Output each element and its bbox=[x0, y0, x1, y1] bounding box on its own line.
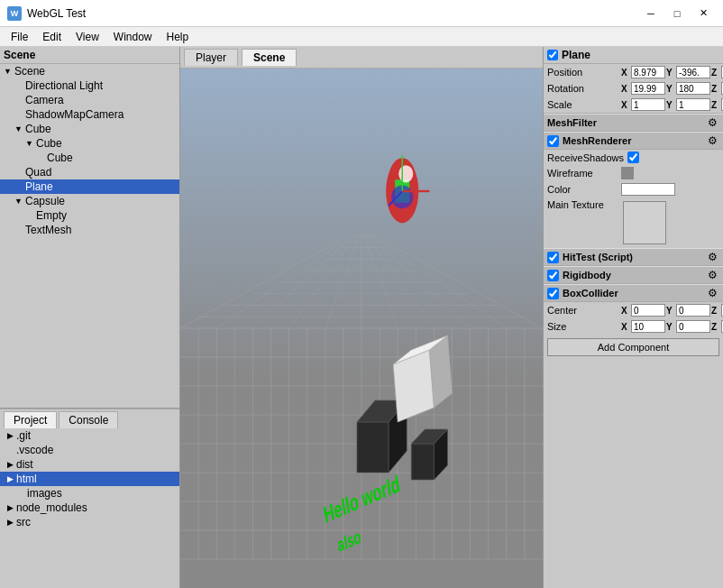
project-item-label: .vscode bbox=[16, 444, 53, 456]
scene-canvas: Hello world also bbox=[180, 69, 543, 588]
project-item-label: .git bbox=[16, 429, 31, 442]
project-item[interactable]: .vscode bbox=[0, 443, 179, 457]
menu-window[interactable]: Window bbox=[106, 29, 160, 45]
menu-view[interactable]: View bbox=[69, 29, 106, 45]
rigidbody-header: Rigidbody ⚙ bbox=[544, 266, 723, 284]
sidebar-bottom: ProjectConsole ▶.git.vscode▶dist▶htmlima… bbox=[0, 408, 179, 588]
y-label: Y bbox=[666, 68, 675, 78]
menu-help[interactable]: Help bbox=[160, 29, 197, 45]
project-item[interactable]: ▶node_modules bbox=[0, 501, 179, 515]
scale-field: X Y Z bbox=[621, 98, 723, 111]
position-row: Position X Y Z bbox=[544, 64, 723, 80]
position-x[interactable] bbox=[631, 66, 665, 78]
mesh-renderer-gear[interactable]: ⚙ bbox=[706, 134, 719, 147]
size-x[interactable] bbox=[631, 320, 665, 333]
rigidbody-gear[interactable]: ⚙ bbox=[706, 269, 719, 281]
z-label: Z bbox=[711, 68, 720, 78]
main-layout: Scene ▼SceneDirectional LightCameraShado… bbox=[0, 47, 723, 588]
project-item[interactable]: images bbox=[0, 486, 179, 501]
hierarchy-item[interactable]: ShadowMapCamera bbox=[0, 107, 179, 122]
hierarchy-item[interactable]: Directional Light bbox=[0, 78, 179, 93]
mesh-renderer-label: MeshRenderer bbox=[563, 135, 631, 146]
center-y[interactable] bbox=[676, 304, 710, 317]
hierarchy-item[interactable]: ▼Cube bbox=[0, 122, 179, 136]
hierarchy-item[interactable]: ▼Cube bbox=[0, 136, 179, 151]
rotation-x[interactable] bbox=[631, 82, 665, 95]
project-item[interactable]: ▶html bbox=[0, 472, 179, 486]
app-icon: W bbox=[7, 6, 22, 21]
mesh-filter-left: MeshFilter bbox=[547, 117, 597, 128]
wireframe-label: Wireframe bbox=[547, 168, 619, 179]
hierarchy-header: Scene bbox=[0, 47, 179, 64]
project-panel[interactable]: ▶.git.vscode▶dist▶htmlimages▶node_module… bbox=[0, 428, 179, 588]
receive-shadows-checkbox[interactable] bbox=[627, 152, 639, 163]
svg-point-61 bbox=[398, 165, 413, 182]
scene-view[interactable]: Hello world also bbox=[180, 69, 543, 588]
bottom-tab-project[interactable]: Project bbox=[4, 411, 57, 428]
bottom-tab-console[interactable]: Console bbox=[59, 411, 118, 428]
hierarchy-item[interactable]: Quad bbox=[0, 165, 179, 179]
rigidbody-left: Rigidbody bbox=[547, 270, 611, 281]
editor-tab-scene[interactable]: Scene bbox=[242, 49, 297, 66]
window-controls: ─ □ ✕ bbox=[638, 5, 716, 23]
receive-shadows-label: ReceiveShadows bbox=[547, 152, 624, 163]
hierarchy-item[interactable]: ▼Capsule bbox=[0, 194, 179, 208]
rx-label: X bbox=[621, 84, 630, 94]
hierarchy-item-label: Directional Light bbox=[25, 79, 103, 92]
scale-y[interactable] bbox=[676, 98, 710, 111]
object-enabled-checkbox[interactable] bbox=[547, 50, 558, 60]
hierarchy-item-label: Quad bbox=[25, 166, 51, 179]
mesh-filter-gear[interactable]: ⚙ bbox=[706, 116, 719, 129]
maximize-button[interactable]: □ bbox=[664, 5, 690, 23]
rigidbody-checkbox[interactable] bbox=[547, 270, 559, 281]
project-item[interactable]: ▶dist bbox=[0, 457, 179, 472]
center-x[interactable] bbox=[631, 304, 665, 317]
close-button[interactable]: ✕ bbox=[691, 5, 716, 23]
color-picker[interactable] bbox=[621, 183, 675, 196]
scale-row: Scale X Y Z bbox=[544, 96, 723, 113]
menu-file[interactable]: File bbox=[4, 29, 35, 45]
size-row: Size X Y Z bbox=[544, 318, 723, 335]
main-texture-picker[interactable] bbox=[623, 201, 666, 244]
project-item[interactable]: ▶.git bbox=[0, 428, 179, 443]
hit-test-label: HitTest (Script) bbox=[563, 252, 633, 262]
main-texture-row: Main Texture bbox=[544, 198, 723, 248]
mesh-renderer-header: MeshRenderer ⚙ bbox=[544, 132, 723, 150]
hierarchy-item-label: Empty bbox=[36, 209, 67, 222]
rotation-y[interactable] bbox=[676, 82, 710, 95]
box-collider-gear[interactable]: ⚙ bbox=[706, 287, 719, 299]
hierarchy-item-label: Scene bbox=[14, 65, 45, 78]
hierarchy-item[interactable]: Plane bbox=[0, 179, 179, 194]
hierarchy-item[interactable]: TextMesh bbox=[0, 223, 179, 237]
hierarchy-item[interactable]: Empty bbox=[0, 208, 179, 223]
size-label: Size bbox=[547, 321, 619, 332]
editor-tab-player[interactable]: Player bbox=[184, 49, 238, 66]
scale-x[interactable] bbox=[631, 98, 665, 111]
project-item-label: dist bbox=[16, 458, 33, 471]
color-row: Color bbox=[544, 181, 723, 198]
wireframe-swatch[interactable] bbox=[621, 167, 634, 179]
minimize-button[interactable]: ─ bbox=[638, 5, 664, 23]
hierarchy-item-label: TextMesh bbox=[25, 224, 71, 236]
ry-label: Y bbox=[666, 84, 675, 94]
hierarchy-label: Scene bbox=[4, 49, 35, 61]
center-row: Center X Y Z bbox=[544, 302, 723, 318]
main-texture-label: Main Texture bbox=[547, 199, 619, 210]
menu-edit[interactable]: Edit bbox=[35, 29, 69, 45]
hierarchy-item[interactable]: ▼Scene bbox=[0, 64, 179, 78]
add-component-button[interactable]: Add Component bbox=[547, 338, 719, 356]
hierarchy-panel[interactable]: ▼SceneDirectional LightCameraShadowMapCa… bbox=[0, 64, 179, 408]
hit-test-checkbox[interactable] bbox=[547, 252, 559, 263]
position-y[interactable] bbox=[676, 66, 710, 78]
color-label: Color bbox=[547, 184, 619, 195]
size-y[interactable] bbox=[676, 320, 710, 333]
hierarchy-item-label: Cube bbox=[25, 123, 51, 135]
menubar: FileEditViewWindowHelp bbox=[0, 27, 723, 47]
box-collider-checkbox[interactable] bbox=[547, 288, 559, 299]
project-item-label: src bbox=[16, 516, 31, 528]
hit-test-gear[interactable]: ⚙ bbox=[706, 251, 719, 263]
hierarchy-item[interactable]: Cube bbox=[0, 151, 179, 165]
hierarchy-item[interactable]: Camera bbox=[0, 93, 179, 107]
mesh-renderer-checkbox[interactable] bbox=[547, 135, 559, 147]
project-item[interactable]: ▶src bbox=[0, 515, 179, 529]
